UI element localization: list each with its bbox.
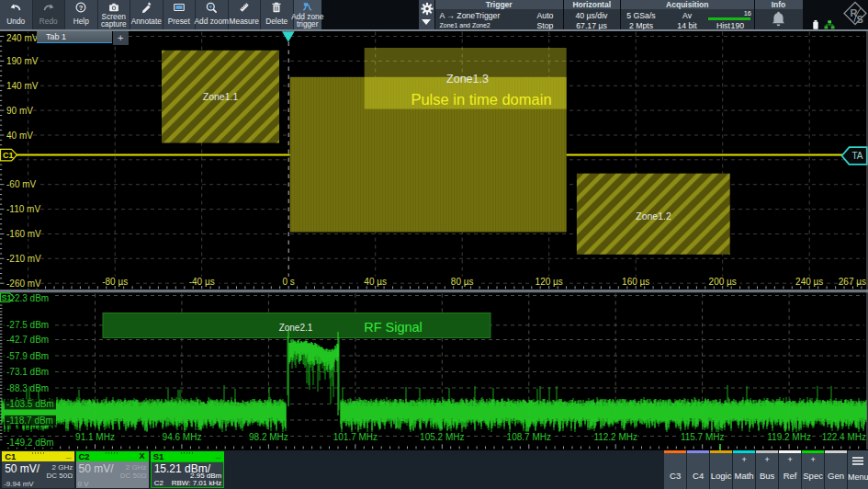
svg-text:101.7 MHz: 101.7 MHz [333, 432, 378, 442]
svg-text:-73.1 dBm: -73.1 dBm [6, 367, 49, 377]
svg-text:Zone1.1: Zone1.1 [203, 91, 239, 102]
svg-text:-149.2 dBm: -149.2 dBm [6, 438, 54, 448]
svg-text:80 µs: 80 µs [451, 277, 474, 287]
svg-text:TA: TA [851, 151, 862, 161]
svg-text:119.2 MHz: 119.2 MHz [767, 432, 811, 442]
svg-text:Zone1.2: Zone1.2 [636, 210, 671, 222]
svg-text:S: S [857, 14, 863, 25]
svg-text:-57.9 dBm: -57.9 dBm [6, 351, 49, 361]
svg-text:-42.7 dBm: -42.7 dBm [6, 335, 49, 345]
svg-text:90 mV: 90 mV [6, 106, 33, 116]
svg-text:94.6 MHz: 94.6 MHz [163, 432, 202, 442]
svg-text:91.1 MHz: 91.1 MHz [75, 432, 115, 442]
svg-text:40 µs: 40 µs [364, 277, 387, 287]
svg-text:-160 mV: -160 mV [6, 229, 41, 239]
svg-text:240 µs: 240 µs [795, 277, 823, 287]
svg-text:RF Signal: RF Signal [364, 320, 423, 335]
svg-text:115.7 MHz: 115.7 MHz [681, 432, 725, 442]
svg-text:140 mV: 140 mV [6, 81, 39, 91]
svg-text:-103.5 dBm: -103.5 dBm [6, 399, 54, 409]
svg-text:Zone1.3: Zone1.3 [446, 73, 489, 85]
svg-text:160 µs: 160 µs [622, 277, 649, 287]
svg-text:-27.5 dBm: -27.5 dBm [6, 320, 49, 330]
svg-text:240 mV: 240 mV [6, 33, 39, 43]
svg-text:108.7 MHz: 108.7 MHz [507, 432, 551, 442]
svg-text:-40 µs: -40 µs [189, 277, 215, 287]
svg-text:Pulse in time domain: Pulse in time domain [411, 91, 551, 108]
svg-text:?: ? [79, 4, 84, 12]
svg-text:-118.7 dBm: -118.7 dBm [6, 415, 53, 426]
svg-text:105.2 MHz: 105.2 MHz [420, 432, 464, 442]
svg-text:267 µs: 267 µs [839, 277, 866, 287]
svg-text:C1: C1 [3, 151, 14, 160]
svg-text:200 µs: 200 µs [709, 277, 737, 287]
svg-text:S1: S1 [2, 293, 12, 302]
svg-text:122.4 MHz: 122.4 MHz [822, 432, 866, 442]
svg-text:-210 mV: -210 mV [6, 254, 41, 264]
svg-text:-260 mV: -260 mV [6, 279, 41, 289]
svg-text:120 µs: 120 µs [535, 277, 563, 287]
svg-text:-88.3 dBm: -88.3 dBm [6, 383, 49, 393]
svg-text:-80 µs: -80 µs [102, 277, 128, 287]
svg-text:0 s: 0 s [283, 277, 295, 287]
svg-text:40 mV: 40 mV [6, 131, 33, 141]
svg-text:190 mV: 190 mV [6, 56, 39, 66]
svg-text:-110 mV: -110 mV [6, 204, 40, 214]
svg-text:-60 mV: -60 mV [6, 179, 37, 189]
svg-text:112.2 MHz: 112.2 MHz [593, 432, 637, 442]
svg-text:98.2 MHz: 98.2 MHz [249, 432, 288, 442]
svg-text:Zone2.1: Zone2.1 [279, 323, 313, 333]
